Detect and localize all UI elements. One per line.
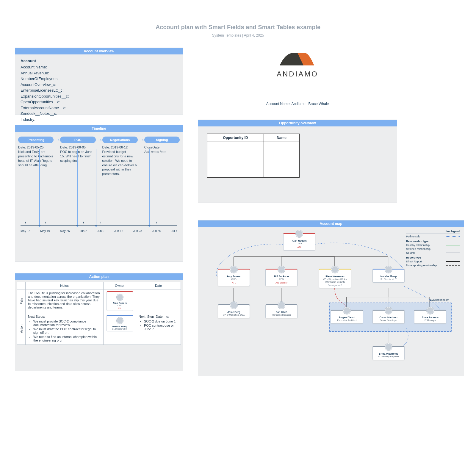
cell-notes: Next Steps:We must provide SOC-2 complia…	[26, 313, 104, 345]
timeline-tick: Jun 2	[80, 229, 87, 233]
avatar-icon	[385, 307, 392, 314]
timeline-tick: Jul 7	[171, 229, 177, 233]
timeline-header: Timeline	[15, 125, 183, 132]
timeline-tick: Jun 9	[97, 229, 104, 233]
timeline-tick: May 26	[60, 229, 70, 233]
timeline-marker	[77, 149, 78, 226]
account-field: OpenOpportunities__c:	[21, 99, 177, 105]
action-plan-table: Notes Owner Date PainThe C-suite is push…	[17, 282, 181, 345]
timeline-panel: Timeline Presenting›Date: 2019-05-25Nick…	[15, 125, 183, 262]
timeline-marker	[96, 149, 96, 226]
timeline-date: CloseDate:	[144, 145, 180, 149]
account-overview-panel: Account overview Account Account Name:An…	[15, 48, 183, 115]
arrow-icon: ›	[100, 137, 102, 142]
legend-neutral: Neutral	[406, 251, 415, 254]
node-vpmkt[interactable]: Josie Berg VP of Marketing, USA	[218, 304, 250, 318]
arrow-icon: ›	[58, 137, 60, 142]
avatar-icon	[385, 343, 392, 350]
timeline-pill[interactable]: Negotiations›	[102, 137, 138, 143]
legend-title: Line legend	[406, 230, 460, 234]
avatar-icon	[278, 266, 285, 273]
legend-direct: Direct Report	[406, 260, 422, 263]
cell-owner: Natalie SharpSr. Director of IT	[104, 313, 136, 345]
arrow-icon: ›	[142, 137, 144, 142]
timeline-pill[interactable]: Presenting›	[18, 137, 54, 143]
avatar-icon	[278, 302, 285, 309]
opportunity-table: Opportunity ID Name	[207, 134, 300, 178]
account-field: Account Name:	[21, 64, 177, 70]
timeline-tick: May 13	[21, 229, 30, 233]
table-row: PainThe C-suite is pushing for increased…	[17, 289, 181, 313]
timeline-tick: Jun 16	[114, 229, 123, 233]
avatar-icon	[427, 307, 434, 314]
line-legend: Line legend Path to sale Relationship ty…	[406, 230, 460, 268]
timeline-tick: Jun 23	[133, 229, 142, 233]
account-field: ExternalAccountName__c:	[21, 105, 177, 111]
avatar-icon	[343, 307, 350, 314]
avatar-icon	[117, 294, 123, 300]
account-field: AccountOverview_c:	[21, 82, 177, 88]
avatar-icon	[230, 302, 237, 309]
owner-card[interactable]: Alan RogersCEOATL	[107, 291, 133, 311]
legend-strained: Strained relationship	[406, 248, 430, 250]
account-name-line: Account Name: Andiamo | Bruce Whale	[244, 102, 351, 106]
node-sdev[interactable]: Oscar Martinez Senior Developer	[372, 310, 405, 324]
account-field: Industry:	[21, 117, 177, 123]
legend-path-to-sale: Path to sale	[406, 235, 420, 238]
node-srit[interactable]: Natalie Sharp Sr. Director of IT	[372, 269, 405, 283]
col-notes: Notes	[26, 282, 104, 289]
cell-date	[136, 289, 181, 313]
opp-col-id: Opportunity ID	[207, 134, 264, 142]
row-label: Pain	[17, 289, 26, 313]
account-field: AnnualRevenue:	[21, 70, 177, 76]
node-ceo[interactable]: Alan Rogers CEO ATL	[283, 233, 315, 250]
col-owner: Owner	[104, 282, 136, 289]
timeline-date: Date: 2019-06-05	[60, 145, 95, 149]
owner-card[interactable]: Natalie SharpSr. Director of IT	[107, 315, 133, 331]
timeline-pill[interactable]: Signing	[144, 137, 180, 143]
table-row: ActionNext Steps:We must provide SOC-2 c…	[17, 313, 181, 345]
node-mmgr[interactable]: Dan Klieh Marketing Manager	[265, 304, 298, 318]
account-map-panel: Account map Line legend Path to sale	[198, 220, 464, 376]
brand-logo-area: ANDIAMO	[259, 51, 336, 78]
opportunity-overview-panel: Opportunity overview Opportunity ID Name	[198, 120, 397, 203]
timeline-date: Date: 2019-05-25	[18, 145, 54, 149]
avatar-icon	[296, 230, 303, 237]
cell-date: Next_Step_Date__c:SOC-2 due on June 1POC…	[136, 313, 181, 345]
avatar-icon	[331, 266, 339, 273]
avatar-icon	[385, 266, 392, 273]
action-plan-header: Action plan	[15, 273, 183, 280]
avatar-icon	[230, 266, 237, 273]
node-vprisk[interactable]: Piero Newsman VP of Operational Risk - I…	[319, 269, 351, 288]
evaluation-team-label: Evaluation team	[430, 298, 449, 301]
cell-owner: Alan RogersCEOATL	[104, 289, 136, 313]
account-map-header: Account map	[198, 220, 464, 227]
cell-notes: The C-suite is pushing for increased col…	[26, 289, 104, 313]
legend-rep-header: Report type	[406, 256, 460, 259]
opportunity-overview-header: Opportunity overview	[198, 120, 397, 126]
timeline-marker	[149, 149, 150, 226]
timeline-tick: Jun 30	[152, 229, 161, 233]
account-field: NumberOfEmployees:	[21, 76, 177, 82]
legend-nonrep: Non-reporting relationship	[406, 264, 437, 267]
legend-rel-header: Relationship type	[406, 240, 460, 243]
account-overview-header: Account overview	[15, 48, 183, 54]
node-seceng[interactable]: Britta Wastroms Sr. Security Engineer	[372, 346, 405, 360]
brand-name: ANDIAMO	[259, 70, 336, 78]
action-plan-panel: Action plan Notes Owner Date PainThe C-s…	[15, 273, 183, 371]
page-title: Account plan with Smart Fields and Smart…	[156, 24, 320, 32]
timeline-pill[interactable]: POC›	[60, 137, 95, 143]
account-field: EnterpriseLicensesLC_c:	[21, 87, 177, 93]
node-cmo[interactable]: Amy Jansen CMO ATL	[218, 269, 250, 286]
node-itmgr[interactable]: Rose Parsons IT Manager	[414, 310, 446, 324]
account-field: ExpansionOpportunities__c:	[21, 93, 177, 99]
page-subtitle: System Templates | April 4, 2025	[0, 33, 476, 37]
node-earch[interactable]: Jurgen Dietch Enterprise Architect	[331, 310, 363, 324]
account-title: Account	[21, 59, 177, 63]
avatar-icon	[117, 317, 123, 324]
andiamo-logo-icon	[277, 51, 318, 69]
account-field: Zendesk__Notes__c:	[21, 111, 177, 117]
row-label: Action	[17, 313, 26, 345]
opp-col-name: Name	[264, 134, 300, 142]
node-cfo[interactable]: Bill Jackson CFO ATL Blocker	[265, 269, 298, 286]
